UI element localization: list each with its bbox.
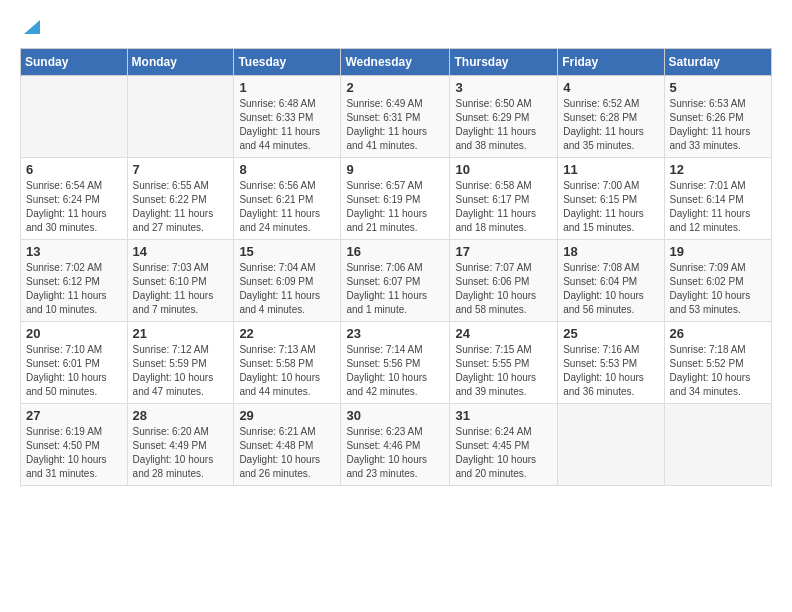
day-number: 18 <box>563 244 658 259</box>
day-info: Sunrise: 7:06 AM Sunset: 6:07 PM Dayligh… <box>346 261 444 317</box>
table-row: 14Sunrise: 7:03 AM Sunset: 6:10 PM Dayli… <box>127 240 234 322</box>
week-row: 13Sunrise: 7:02 AM Sunset: 6:12 PM Dayli… <box>21 240 772 322</box>
day-number: 20 <box>26 326 122 341</box>
day-number: 22 <box>239 326 335 341</box>
day-info: Sunrise: 6:58 AM Sunset: 6:17 PM Dayligh… <box>455 179 552 235</box>
day-info: Sunrise: 7:03 AM Sunset: 6:10 PM Dayligh… <box>133 261 229 317</box>
day-info: Sunrise: 7:00 AM Sunset: 6:15 PM Dayligh… <box>563 179 658 235</box>
table-row: 12Sunrise: 7:01 AM Sunset: 6:14 PM Dayli… <box>664 158 771 240</box>
day-number: 14 <box>133 244 229 259</box>
table-row: 17Sunrise: 7:07 AM Sunset: 6:06 PM Dayli… <box>450 240 558 322</box>
day-number: 13 <box>26 244 122 259</box>
table-row: 22Sunrise: 7:13 AM Sunset: 5:58 PM Dayli… <box>234 322 341 404</box>
day-number: 5 <box>670 80 766 95</box>
day-info: Sunrise: 7:10 AM Sunset: 6:01 PM Dayligh… <box>26 343 122 399</box>
table-row: 11Sunrise: 7:00 AM Sunset: 6:15 PM Dayli… <box>558 158 664 240</box>
table-row: 21Sunrise: 7:12 AM Sunset: 5:59 PM Dayli… <box>127 322 234 404</box>
table-row: 24Sunrise: 7:15 AM Sunset: 5:55 PM Dayli… <box>450 322 558 404</box>
day-number: 24 <box>455 326 552 341</box>
table-row: 13Sunrise: 7:02 AM Sunset: 6:12 PM Dayli… <box>21 240 128 322</box>
day-number: 7 <box>133 162 229 177</box>
table-row: 25Sunrise: 7:16 AM Sunset: 5:53 PM Dayli… <box>558 322 664 404</box>
day-number: 17 <box>455 244 552 259</box>
table-row: 26Sunrise: 7:18 AM Sunset: 5:52 PM Dayli… <box>664 322 771 404</box>
day-number: 30 <box>346 408 444 423</box>
table-row: 4Sunrise: 6:52 AM Sunset: 6:28 PM Daylig… <box>558 76 664 158</box>
table-row: 15Sunrise: 7:04 AM Sunset: 6:09 PM Dayli… <box>234 240 341 322</box>
col-friday: Friday <box>558 49 664 76</box>
table-row: 10Sunrise: 6:58 AM Sunset: 6:17 PM Dayli… <box>450 158 558 240</box>
table-row <box>127 76 234 158</box>
day-info: Sunrise: 7:09 AM Sunset: 6:02 PM Dayligh… <box>670 261 766 317</box>
week-row: 20Sunrise: 7:10 AM Sunset: 6:01 PM Dayli… <box>21 322 772 404</box>
day-info: Sunrise: 7:01 AM Sunset: 6:14 PM Dayligh… <box>670 179 766 235</box>
day-number: 10 <box>455 162 552 177</box>
table-row: 8Sunrise: 6:56 AM Sunset: 6:21 PM Daylig… <box>234 158 341 240</box>
day-info: Sunrise: 7:08 AM Sunset: 6:04 PM Dayligh… <box>563 261 658 317</box>
table-row: 31Sunrise: 6:24 AM Sunset: 4:45 PM Dayli… <box>450 404 558 486</box>
table-row: 20Sunrise: 7:10 AM Sunset: 6:01 PM Dayli… <box>21 322 128 404</box>
day-number: 4 <box>563 80 658 95</box>
col-saturday: Saturday <box>664 49 771 76</box>
day-number: 8 <box>239 162 335 177</box>
day-info: Sunrise: 6:50 AM Sunset: 6:29 PM Dayligh… <box>455 97 552 153</box>
table-row <box>558 404 664 486</box>
day-info: Sunrise: 6:48 AM Sunset: 6:33 PM Dayligh… <box>239 97 335 153</box>
col-tuesday: Tuesday <box>234 49 341 76</box>
day-info: Sunrise: 6:19 AM Sunset: 4:50 PM Dayligh… <box>26 425 122 481</box>
day-number: 3 <box>455 80 552 95</box>
day-number: 6 <box>26 162 122 177</box>
week-row: 6Sunrise: 6:54 AM Sunset: 6:24 PM Daylig… <box>21 158 772 240</box>
logo <box>20 16 42 40</box>
day-number: 29 <box>239 408 335 423</box>
table-row: 9Sunrise: 6:57 AM Sunset: 6:19 PM Daylig… <box>341 158 450 240</box>
calendar-table: Sunday Monday Tuesday Wednesday Thursday… <box>20 48 772 486</box>
day-info: Sunrise: 6:23 AM Sunset: 4:46 PM Dayligh… <box>346 425 444 481</box>
week-row: 1Sunrise: 6:48 AM Sunset: 6:33 PM Daylig… <box>21 76 772 158</box>
page-container: Sunday Monday Tuesday Wednesday Thursday… <box>0 0 792 496</box>
col-sunday: Sunday <box>21 49 128 76</box>
day-info: Sunrise: 7:15 AM Sunset: 5:55 PM Dayligh… <box>455 343 552 399</box>
day-info: Sunrise: 7:12 AM Sunset: 5:59 PM Dayligh… <box>133 343 229 399</box>
col-thursday: Thursday <box>450 49 558 76</box>
day-number: 28 <box>133 408 229 423</box>
day-info: Sunrise: 6:54 AM Sunset: 6:24 PM Dayligh… <box>26 179 122 235</box>
day-info: Sunrise: 6:52 AM Sunset: 6:28 PM Dayligh… <box>563 97 658 153</box>
table-row: 6Sunrise: 6:54 AM Sunset: 6:24 PM Daylig… <box>21 158 128 240</box>
day-info: Sunrise: 7:07 AM Sunset: 6:06 PM Dayligh… <box>455 261 552 317</box>
day-number: 25 <box>563 326 658 341</box>
day-info: Sunrise: 7:16 AM Sunset: 5:53 PM Dayligh… <box>563 343 658 399</box>
table-row: 7Sunrise: 6:55 AM Sunset: 6:22 PM Daylig… <box>127 158 234 240</box>
day-info: Sunrise: 7:04 AM Sunset: 6:09 PM Dayligh… <box>239 261 335 317</box>
day-info: Sunrise: 6:53 AM Sunset: 6:26 PM Dayligh… <box>670 97 766 153</box>
table-row: 19Sunrise: 7:09 AM Sunset: 6:02 PM Dayli… <box>664 240 771 322</box>
day-info: Sunrise: 7:02 AM Sunset: 6:12 PM Dayligh… <box>26 261 122 317</box>
day-number: 23 <box>346 326 444 341</box>
day-number: 2 <box>346 80 444 95</box>
table-row: 1Sunrise: 6:48 AM Sunset: 6:33 PM Daylig… <box>234 76 341 158</box>
table-row <box>21 76 128 158</box>
header <box>20 16 772 40</box>
day-number: 16 <box>346 244 444 259</box>
table-row: 28Sunrise: 6:20 AM Sunset: 4:49 PM Dayli… <box>127 404 234 486</box>
day-info: Sunrise: 6:56 AM Sunset: 6:21 PM Dayligh… <box>239 179 335 235</box>
day-number: 9 <box>346 162 444 177</box>
day-info: Sunrise: 7:13 AM Sunset: 5:58 PM Dayligh… <box>239 343 335 399</box>
day-info: Sunrise: 6:20 AM Sunset: 4:49 PM Dayligh… <box>133 425 229 481</box>
header-row: Sunday Monday Tuesday Wednesday Thursday… <box>21 49 772 76</box>
day-info: Sunrise: 6:55 AM Sunset: 6:22 PM Dayligh… <box>133 179 229 235</box>
day-number: 27 <box>26 408 122 423</box>
day-info: Sunrise: 6:57 AM Sunset: 6:19 PM Dayligh… <box>346 179 444 235</box>
table-row: 29Sunrise: 6:21 AM Sunset: 4:48 PM Dayli… <box>234 404 341 486</box>
day-number: 1 <box>239 80 335 95</box>
day-number: 26 <box>670 326 766 341</box>
table-row: 5Sunrise: 6:53 AM Sunset: 6:26 PM Daylig… <box>664 76 771 158</box>
table-row: 16Sunrise: 7:06 AM Sunset: 6:07 PM Dayli… <box>341 240 450 322</box>
day-number: 11 <box>563 162 658 177</box>
day-info: Sunrise: 7:18 AM Sunset: 5:52 PM Dayligh… <box>670 343 766 399</box>
day-number: 12 <box>670 162 766 177</box>
day-info: Sunrise: 6:21 AM Sunset: 4:48 PM Dayligh… <box>239 425 335 481</box>
logo-icon <box>22 16 42 40</box>
day-info: Sunrise: 6:49 AM Sunset: 6:31 PM Dayligh… <box>346 97 444 153</box>
table-row: 27Sunrise: 6:19 AM Sunset: 4:50 PM Dayli… <box>21 404 128 486</box>
